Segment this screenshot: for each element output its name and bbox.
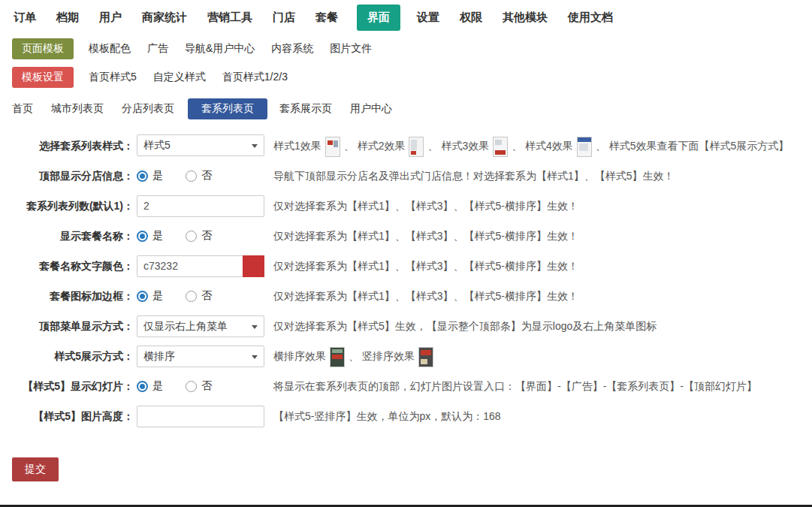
page-branch-list[interactable]: 分店列表页 xyxy=(117,98,179,119)
row-top-menu: 顶部菜单显示方式： 仅显示右上角菜单 仅对选择套系为【样式5】生效，【显示整个顶… xyxy=(0,315,812,337)
style5-mode-description: 横排序效果、 竖排序效果 xyxy=(273,345,812,367)
page-home[interactable]: 首页 xyxy=(8,98,38,119)
name-color-label: 套餐名称文字颜色： xyxy=(0,255,134,277)
radio-no-label: 否 xyxy=(201,379,212,393)
icon-border-radio-yes[interactable]: 是 xyxy=(137,285,163,307)
page-city-list[interactable]: 城市列表页 xyxy=(47,98,108,119)
chevron-down-icon xyxy=(252,325,258,329)
show-name-radio-yes[interactable]: 是 xyxy=(137,225,163,247)
nav-home-style5[interactable]: 首页样式5 xyxy=(89,71,137,84)
submit-button[interactable]: 提交 xyxy=(12,457,59,481)
nav-ads[interactable]: 广告 xyxy=(147,42,168,56)
columns-input[interactable] xyxy=(137,195,264,217)
list-style-label: 选择套系列表样式： xyxy=(0,134,134,157)
radio-unchecked-icon xyxy=(186,291,197,302)
tab-schedule[interactable]: 档期 xyxy=(55,5,80,31)
radio-yes-label: 是 xyxy=(152,379,163,393)
nav-nav-user-center[interactable]: 导航&用户中心 xyxy=(185,42,255,56)
top-menu-select-value: 仅显示右上角菜单 xyxy=(143,320,228,332)
slideshow-label: 【样式5】显示幻灯片： xyxy=(0,375,134,397)
style3-effect-text: 样式3效果 xyxy=(441,140,489,152)
tab-merchant-stats[interactable]: 商家统计 xyxy=(140,5,189,31)
row-list-style: 选择套系列表样式： 样式5 样式1效果、 样式2效果、 样式3效果、 样式4效果… xyxy=(0,134,812,157)
separator: 、 xyxy=(349,350,359,362)
top-menu-select[interactable]: 仅显示右上角菜单 xyxy=(137,315,264,337)
style5-mode-select[interactable]: 横排序 xyxy=(137,346,264,367)
img-height-description: 【样式5-竖排序】生效，单位为px，默认为：168 xyxy=(273,405,812,427)
radio-no-label: 否 xyxy=(201,289,212,303)
nav-template-colors[interactable]: 模板配色 xyxy=(89,42,131,56)
nav-content-system[interactable]: 内容系统 xyxy=(271,42,313,56)
branch-info-description: 导航下顶部显示分店名及弹出式门店信息！对选择套系为【样式1】、【样式5】生效！ xyxy=(273,164,812,187)
radio-unchecked-icon xyxy=(186,381,197,392)
show-name-radio-no[interactable]: 否 xyxy=(186,225,212,247)
radio-unchecked-icon xyxy=(186,171,197,182)
list-style-select[interactable]: 样式5 xyxy=(137,134,264,156)
slideshow-radio-yes[interactable]: 是 xyxy=(137,375,163,397)
top-menu-description: 仅对选择套系为【样式5】生效，【显示整个顶部条】为显示logo及右上角菜单图标 xyxy=(273,315,812,337)
icon-border-radio-no[interactable]: 否 xyxy=(186,285,212,307)
nav-home-style-123[interactable]: 首页样式1/2/3 xyxy=(222,71,288,84)
style5-mode-select-value: 横排序 xyxy=(143,350,175,362)
nav-image-files[interactable]: 图片文件 xyxy=(330,42,372,56)
horizontal-effect-text: 横排序效果 xyxy=(273,350,326,362)
row-branch-info: 顶部显示分店信息： 是 否 导航下顶部显示分店名及弹出式门店信息！对选择套系为【… xyxy=(0,164,812,187)
tab-marketing-tools[interactable]: 营销工具 xyxy=(206,5,254,31)
tab-other-modules[interactable]: 其他模块 xyxy=(501,5,549,31)
radio-yes-label: 是 xyxy=(152,169,163,183)
radio-unchecked-icon xyxy=(186,231,197,242)
style3-preview-thumbnail xyxy=(493,137,508,157)
row-icon-border: 套餐图标加边框： 是 否 仅对选择套系为【样式1】、【样式3】、【样式5-横排序… xyxy=(0,285,812,307)
tab-stores[interactable]: 门店 xyxy=(271,5,297,31)
style2-effect-text: 样式2效果 xyxy=(358,140,406,152)
columns-description: 仅对选择套系为【样式1】、【样式3】、【样式5-横排序】生效！ xyxy=(273,195,812,217)
tab-users[interactable]: 用户 xyxy=(98,5,123,31)
tab-interface[interactable]: 界面 xyxy=(357,5,400,31)
show-name-label: 显示套餐名称： xyxy=(0,225,134,247)
branch-info-radio-yes[interactable]: 是 xyxy=(137,164,163,187)
top-navigation: 订单 档期 用户 商家统计 营销工具 门店 套餐 界面 设置 权限 其他模块 使… xyxy=(0,0,812,34)
list-style-description: 样式1效果、 样式2效果、 样式3效果、 样式4效果、 样式5效果查看下面【样式… xyxy=(273,134,812,157)
slideshow-description: 将显示在套系列表页的顶部，幻灯片图片设置入口：【界面】-【广告】-【套系列表页】… xyxy=(273,375,812,397)
page-template-button[interactable]: 页面模板 xyxy=(12,38,74,59)
page-user-center[interactable]: 用户中心 xyxy=(346,98,397,119)
style5-effect-text: 样式5效果查看下面【样式5展示方式】 xyxy=(609,140,789,152)
row-show-name: 显示套餐名称： 是 否 仅对选择套系为【样式1】、【样式3】、【样式5-横排序】… xyxy=(0,225,812,247)
style4-effect-text: 样式4效果 xyxy=(525,140,573,152)
vertical-preview-thumbnail xyxy=(418,347,433,367)
branch-info-radio-no[interactable]: 否 xyxy=(186,164,212,187)
img-height-input[interactable] xyxy=(137,406,264,427)
show-name-description: 仅对选择套系为【样式1】、【样式3】、【样式5-横排序】生效！ xyxy=(273,225,812,247)
name-color-description: 仅对选择套系为【样式1】、【样式3】、【样式5-横排序】生效！ xyxy=(273,255,812,277)
page-series-display[interactable]: 套系展示页 xyxy=(275,98,337,119)
slideshow-radio-no[interactable]: 否 xyxy=(186,375,212,397)
chevron-down-icon xyxy=(252,355,258,359)
tab-settings[interactable]: 设置 xyxy=(415,5,441,31)
radio-checked-icon xyxy=(137,171,148,182)
row-columns: 套系列表列数(默认1)： 仅对选择套系为【样式1】、【样式3】、【样式5-横排序… xyxy=(0,195,812,217)
tab-permissions[interactable]: 权限 xyxy=(458,5,484,31)
vertical-effect-text: 竖排序效果 xyxy=(362,350,415,362)
separator: 、 xyxy=(427,140,438,152)
style4-preview-thumbnail xyxy=(577,137,592,157)
columns-label: 套系列表列数(默认1)： xyxy=(0,195,134,217)
radio-checked-icon xyxy=(137,381,148,392)
template-navigation: 页面模板 模板配色 广告 导航&用户中心 内容系统 图片文件 xyxy=(12,38,812,59)
tab-docs[interactable]: 使用文档 xyxy=(566,5,614,31)
row-img-height: 【样式5】图片高度： 【样式5-竖排序】生效，单位为px，默认为：168 xyxy=(0,405,812,427)
style1-effect-text: 样式1效果 xyxy=(273,140,321,152)
template-settings-button[interactable]: 模板设置 xyxy=(12,67,74,88)
branch-info-label: 顶部显示分店信息： xyxy=(0,164,134,187)
color-swatch[interactable] xyxy=(243,255,264,277)
radio-checked-icon xyxy=(137,291,148,302)
nav-custom-style[interactable]: 自定义样式 xyxy=(153,71,206,84)
row-slideshow: 【样式5】显示幻灯片： 是 否 将显示在套系列表页的顶部，幻灯片图片设置入口：【… xyxy=(0,375,812,397)
icon-border-label: 套餐图标加边框： xyxy=(0,285,134,307)
tab-packages[interactable]: 套餐 xyxy=(314,5,340,31)
series-list-settings-form: 选择套系列表样式： 样式5 样式1效果、 样式2效果、 样式3效果、 样式4效果… xyxy=(0,134,812,427)
row-name-color: 套餐名称文字颜色： 仅对选择套系为【样式1】、【样式3】、【样式5-横排序】生效… xyxy=(0,255,812,277)
row-style5-mode: 样式5展示方式： 横排序 横排序效果、 竖排序效果 xyxy=(0,345,812,367)
tab-orders[interactable]: 订单 xyxy=(12,5,38,31)
template-settings-navigation: 模板设置 首页样式5 自定义样式 首页样式1/2/3 xyxy=(12,67,812,88)
page-series-list[interactable]: 套系列表页 xyxy=(188,98,267,119)
